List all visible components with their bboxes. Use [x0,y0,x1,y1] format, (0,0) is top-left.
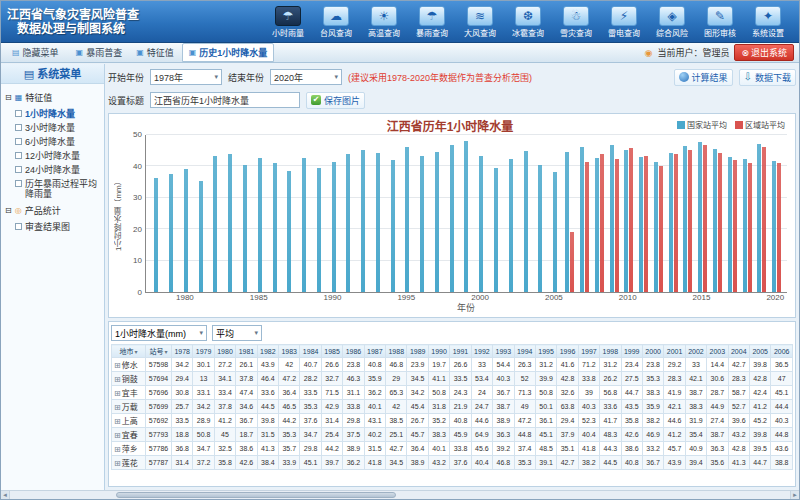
cell-value: 33.1 [193,386,214,400]
toolbar-item-typhoon[interactable]: ☁台风查询 [313,5,359,38]
sidebar-item-1-0[interactable]: 审查结果图 [3,220,102,234]
col-station-filter-icon[interactable]: ▾ [164,349,167,355]
chart-title-input[interactable] [150,92,300,108]
bar-group-1999 [459,135,474,292]
item-checkbox[interactable] [15,180,22,187]
table-row-3[interactable]: ⊞万载5769925.734.237.834.644.546.535.342.9… [112,400,793,414]
aggregation-select[interactable]: 平均 ▾ [212,325,262,341]
cell-value: 32.6 [557,386,578,400]
collapse-icon[interactable]: ⊟ [5,206,12,215]
bar-regional-2008 [600,154,604,292]
scroll-left-icon[interactable]: ◄ [1,491,10,499]
table-row-6[interactable]: ⊞萍乡5778636.834.732.538.641.335.729.844.2… [112,442,793,456]
save-image-button[interactable]: ✔ 保存图片 [306,92,365,109]
item-checkbox[interactable] [15,223,22,230]
chart-header: 江西省历年1小时降水量 国家站平均区域站平均 [113,117,787,133]
cell-value: 39.5 [749,442,770,456]
cell-value: 71.5 [321,386,342,400]
table-row-7[interactable]: ⊞莲花5778731.437.235.842.638.433.945.139.7… [112,456,793,470]
table-row-5[interactable]: ⊞宜春5779318.850.84518.731.535.334.725.437… [112,428,793,442]
bar-regional-2013 [674,154,678,292]
sidebar-item-0-4[interactable]: 24小时降水量 [3,163,102,177]
collapse-icon[interactable]: ⊟ [5,93,12,102]
toolbar-item-high-temp[interactable]: ☀高温查询 [361,5,407,38]
item-checkbox[interactable] [15,166,22,173]
toolbar-item-risk[interactable]: ◈综合风险 [649,5,695,38]
sidebar-item-0-1[interactable]: 3小时降水量 [3,121,102,135]
start-year-select[interactable]: 1978年 ▾ [150,69,222,85]
cell-value: 43.2 [428,456,449,470]
cell-value: 47 [771,372,793,386]
tab-1[interactable]: ▣特征值 [130,43,180,62]
toolbar-item-review[interactable]: ✎图形审核 [697,5,743,38]
cell-value: 45.1 [300,456,321,470]
sidebar-item-0-2[interactable]: 6小时降水量 [3,135,102,149]
cell-value: 35.8 [214,456,235,470]
sidebar-item-0-5[interactable]: 历年暴雨过程平均降雨量 [3,177,102,201]
start-year-value: 1978年 [154,71,183,84]
scroll-right-icon[interactable]: ► [790,491,799,499]
calculate-button[interactable]: 计算结果 [674,69,733,86]
expand-icon[interactable]: ⊞ [114,403,121,412]
cell-value: 33 [471,358,492,372]
table-row-2[interactable]: ⊞宜丰5769630.833.133.447.433.636.433.571.5… [112,386,793,400]
cell-value: 42.8 [557,372,578,386]
table-col-year-1991: 1991 [450,345,471,358]
expand-icon[interactable]: ⊞ [114,417,121,426]
toolbar-item-hail[interactable]: ❆冰雹查询 [505,5,551,38]
item-checkbox[interactable] [15,110,22,117]
tab-0[interactable]: ▣暴雨普查 [70,43,129,62]
horizontal-scrollbar[interactable]: ◄ ► [1,490,799,499]
table-row-4[interactable]: ⊞上高5769233.528.941.236.739.844.237.631.4… [112,414,793,428]
col-city-filter-icon[interactable]: ▾ [134,349,137,355]
cell-value: 41.9 [664,386,685,400]
table-col-city[interactable]: 地市▾ [112,345,146,358]
table-col-year-2002: 2002 [685,345,706,358]
tree-group-1[interactable]: ⊟◎产品统计 [3,201,102,220]
bar-national-1978 [154,178,158,292]
bar-group-2016 [710,135,725,292]
bar-national-1999 [464,141,468,292]
toolbar-item-wind[interactable]: ≋大风查询 [457,5,503,38]
data-table-panel: 1小时降水量(mm) ▾ 平均 ▾ 地市▾站号▾1978197919801981… [108,321,796,487]
tree-group-0[interactable]: ⊟▦特征值 [3,88,102,107]
scrollbar-thumb[interactable] [116,492,396,498]
expand-icon[interactable]: ⊞ [114,431,121,440]
toolbar-item-rainstorm[interactable]: ☂暴雨查询 [409,5,455,38]
expand-icon[interactable]: ⊞ [114,375,121,384]
bar-national-1998 [450,145,454,292]
table-row-1[interactable]: ⊞铜鼓5769429.41334.137.846.447.228.232.746… [112,372,793,386]
cell-value: 48.3 [600,428,621,442]
toolbar-item-lightning[interactable]: ⚡雷电查询 [601,5,647,38]
tab-2[interactable]: ▣历史1小时降水量 [182,43,275,62]
logout-button[interactable]: ⊗ 退出系统 [734,44,794,61]
cell-value: 34.1 [214,372,235,386]
item-checkbox[interactable] [15,124,22,131]
expand-icon[interactable]: ⊞ [114,361,121,370]
chevron-down-icon: ▾ [335,73,339,81]
start-year-label: 开始年份 [108,71,144,84]
sidebar-item-0-3[interactable]: 12小时降水量 [3,149,102,163]
toolbar-item-snow[interactable]: ☃雪灾查询 [553,5,599,38]
download-button[interactable]: ⇩ 数据下载 [739,69,796,86]
item-checkbox[interactable] [15,138,22,145]
bar-group-1988 [297,135,312,292]
menu-toggle-button[interactable]: ▤ 隐藏菜单 [6,44,65,61]
end-year-select[interactable]: 2020年 ▾ [270,69,342,85]
cell-value: 28.9 [193,414,214,428]
table-col-year-1995: 1995 [535,345,556,358]
cell-value: 52.7 [728,400,749,414]
table-col-station[interactable]: 站号▾ [146,345,172,358]
item-checkbox[interactable] [15,152,22,159]
expand-icon[interactable]: ⊞ [114,459,121,468]
metric-select[interactable]: 1小时降水量(mm) ▾ [111,325,207,341]
cell-value: 24.3 [450,386,471,400]
sidebar-item-0-0[interactable]: 1小时降水量 [3,107,102,121]
expand-icon[interactable]: ⊞ [114,445,121,454]
toolbar-item-hour-rain[interactable]: ☂小时雨量 [265,5,311,38]
table-row-0[interactable]: ⊞修水5759834.230.127.226.143.94240.726.623… [112,358,793,372]
bar-group-1985 [252,135,267,292]
table-col-year-2006: 2006 [771,345,793,358]
toolbar-item-settings[interactable]: ✦系统设置 [745,5,791,38]
expand-icon[interactable]: ⊞ [114,389,121,398]
